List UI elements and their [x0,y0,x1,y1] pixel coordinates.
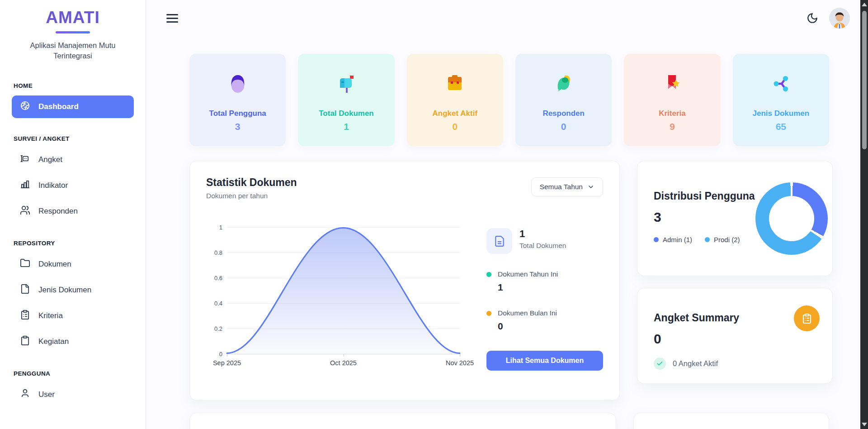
sidebar-item-angket[interactable]: Angket [12,148,134,171]
content: Total Pengguna 3 Total Dokumen [146,54,868,429]
scroll-up-arrow-icon[interactable] [862,3,867,6]
document-icon [486,228,512,254]
bottom-left-card [189,413,616,429]
orange-dot-icon [486,311,491,316]
clipboard-icon [20,335,30,348]
user-avatar[interactable] [829,8,850,29]
page-scrollbar[interactable] [860,0,868,429]
sidebar-item-user[interactable]: User [12,383,134,397]
nav-section-home: HOME [14,82,132,89]
x-tick: Nov 2025 [446,359,474,367]
stat-label: Jenis Dokumen [733,109,829,118]
logo-underline [56,31,90,33]
stat-card-kriteria: Kriteria 9 [624,54,720,146]
teal-dot-icon [486,272,491,277]
bookmark-emoji-icon [624,71,720,97]
prodi-dot-icon [705,237,710,242]
mailbox-emoji-icon [298,71,394,97]
y-tick: 0.2 [206,325,222,332]
x-tick: Oct 2025 [330,359,357,367]
stat-label: Total Dokumen [298,109,394,118]
sidebar-item-label: Kegiatan [38,337,69,346]
stat-value: 1 [298,121,394,132]
main-area: Total Pengguna 3 Total Dokumen [146,0,868,429]
angket-summary-title: Angket Summary [654,312,816,324]
sidebar-item-kriteria[interactable]: Kriteria [12,305,134,327]
dashboard-icon [20,100,30,113]
sidebar-item-label: Indikator [38,181,68,190]
stat-value: 0 [407,121,503,132]
admin-dot-icon [654,237,659,242]
sidebar-item-kegiatan[interactable]: Kegiatan [12,330,134,353]
app-root: AMATI Aplikasi Manajemen Mutu Terintegra… [0,0,868,429]
stat-value: 3 [189,121,286,132]
nav-section-survei: SURVEI / ANGKET [14,135,132,142]
year-filter-label: Semua Tahun [540,183,583,191]
sidebar-item-label: Kriteria [38,311,63,320]
bottom-right-card [633,413,829,429]
speech-bubble-emoji-icon [515,71,612,97]
y-tick: 0.8 [206,249,222,256]
survey-icon [20,153,30,166]
x-axis-labels: Sep 2025 Oct 2025 Nov 2025 [227,359,460,370]
y-tick: 1 [206,224,222,231]
user-distribution-donut-chart [755,182,828,255]
stat-card-total-pengguna: Total Pengguna 3 [189,54,286,146]
hamburger-icon[interactable] [166,12,178,25]
dokumen-bulan-ini: Dokumen Bulan Ini 0 [486,309,603,332]
year-filter-dropdown[interactable]: Semua Tahun [531,177,603,196]
angket-summary-value: 0 [654,331,816,347]
app-subtitle: Aplikasi Manajemen Mutu Terintegrasi [19,40,127,62]
scrollbar-thumb[interactable] [862,11,867,149]
bar-chart-icon [20,179,30,192]
stat-label: Total Pengguna [189,109,286,118]
sidebar-item-dashboard[interactable]: Dashboard [12,95,134,118]
check-icon [654,358,666,370]
sidebar-item-label: User [38,390,55,397]
app-logo: AMATI [0,8,146,27]
plot-area: 1 0.8 0.6 0.4 0.2 0 [227,227,460,354]
sidebar-item-jenis-dokumen[interactable]: Jenis Dokumen [12,279,134,301]
total-dokumen-label: Total Dokumen [519,242,566,250]
stat-card-jenis-dokumen: Jenis Dokumen 65 [733,54,829,146]
nav-section-pengguna: PENGGUNA [14,370,132,377]
row-charts: Statistik Dokumen Dokumen per tahun Semu… [189,161,829,400]
lihat-semua-dokumen-button[interactable]: Lihat Semua Dokumen [486,351,603,371]
total-dokumen-value: 1 [519,228,566,240]
y-tick: 0 [206,351,222,358]
sidebar-item-label: Responden [38,207,78,216]
legend-label: Admin (1) [663,236,692,243]
total-dokumen-summary: 1 Total Dokumen [486,228,603,254]
legend-item-prodi: Prodi (2) [705,236,740,243]
chart-summary: 1 Total Dokumen Dokumen Tahun Ini 1 [486,228,603,371]
briefcase-emoji-icon [407,71,503,97]
stat-card-angket-aktif: Angket Aktif 0 [407,54,503,146]
clipboard-badge-icon[interactable] [794,305,820,331]
sidebar-item-indikator[interactable]: Indikator [12,174,134,197]
legend-label: Prodi (2) [714,236,740,243]
folder-icon [20,258,30,271]
scroll-down-arrow-icon[interactable] [862,423,867,426]
dokumen-tahun-value: 1 [498,282,603,293]
person-emoji-icon [189,71,286,97]
dokumen-bulan-value: 0 [498,321,603,332]
sidebar-item-dokumen[interactable]: Dokumen [12,253,134,276]
chart-flex: 1 0.8 0.6 0.4 0.2 0 [206,227,603,371]
y-tick: 0.4 [206,300,222,307]
sidebar-item-label: Jenis Dokumen [38,286,91,295]
chevron-down-icon [587,183,594,191]
right-column: Distribusi Pengguna 3 Admin (1) Prodi (2… [637,161,833,400]
share-emoji-icon [733,71,829,97]
sidebar-item-label: Dokumen [38,260,71,269]
sidebar-item-label: Dashboard [38,102,79,111]
row-bottom-partial [189,413,829,429]
sidebar-item-label: Angket [38,155,62,164]
logo-block: AMATI Aplikasi Manajemen Mutu Terintegra… [0,8,146,62]
moon-icon[interactable] [807,12,818,24]
stat-value: 9 [624,121,720,132]
sidebar: AMATI Aplikasi Manajemen Mutu Terintegra… [0,0,146,429]
sidebar-nav: HOME Dashboard SURVEI / ANGKET Angket [0,82,146,397]
stat-label: Responden [515,109,612,118]
stat-label: Angket Aktif [407,109,503,118]
sidebar-item-responden[interactable]: Responden [12,200,134,223]
